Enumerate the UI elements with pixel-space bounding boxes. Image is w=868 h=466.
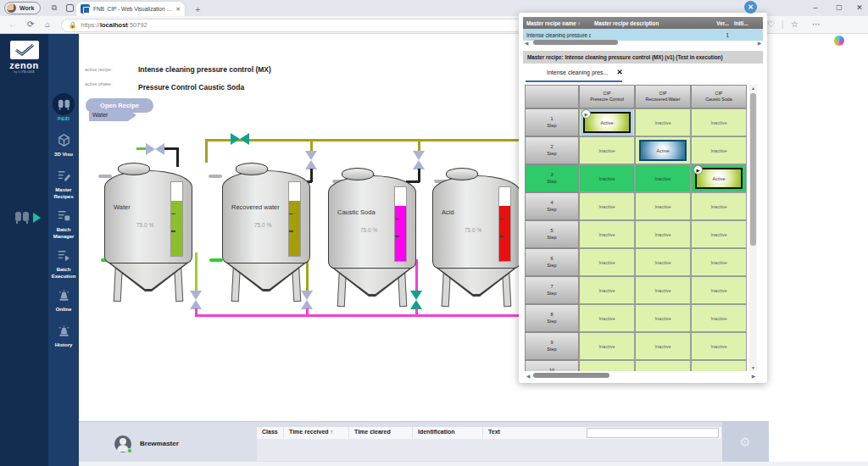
tank-caustic-soda[interactable]: Caustic Soda 75.0 % bbox=[328, 168, 416, 310]
browser-essentials-icon[interactable]: ♡ bbox=[767, 19, 775, 29]
phase-cell-inactive[interactable]: Inactive bbox=[579, 276, 635, 304]
phase-cell-inactive[interactable]: Inactive bbox=[691, 360, 747, 371]
alarm-column-time-cleared[interactable]: Time cleared bbox=[349, 427, 413, 439]
alarm-table-body[interactable] bbox=[257, 439, 722, 461]
scroll-right-icon[interactable]: ▶ bbox=[750, 373, 757, 379]
step-label-cell[interactable]: 7 Step bbox=[525, 276, 579, 304]
phase-cell-inactive[interactable]: Inactive bbox=[579, 192, 635, 220]
phase-cell-inactive[interactable]: Inactive bbox=[691, 108, 747, 136]
phase-cell-inactive[interactable]: Inactive bbox=[691, 192, 747, 220]
phase-cell-inactive[interactable]: Inactive bbox=[579, 220, 635, 248]
sidebar-item-batch-execution[interactable]: Batch Execution bbox=[48, 244, 79, 280]
step-label-cell[interactable]: 8 Step bbox=[525, 304, 579, 332]
phase-cell-inactive[interactable]: Inactive bbox=[691, 276, 747, 304]
unit-column-header[interactable]: CIP Caustic Soda bbox=[691, 85, 747, 108]
scroll-up-icon[interactable]: ▲ bbox=[749, 86, 757, 91]
valve-closed-icon[interactable] bbox=[413, 151, 425, 169]
panel-expand-toggle[interactable] bbox=[14, 210, 41, 225]
tank-level-value: 75.0 % bbox=[465, 227, 481, 233]
phase-cell-inactive[interactable]: Inactive bbox=[635, 248, 691, 276]
alarm-column-time-received[interactable]: Time received ↑ bbox=[284, 427, 349, 439]
tank-recovered-water[interactable]: Recovered water 75.0 % bbox=[222, 163, 310, 305]
step-label-cell[interactable]: 4 Step bbox=[525, 192, 579, 220]
scroll-left-icon[interactable]: ◀ bbox=[523, 40, 530, 46]
recipe-table-hscrollbar[interactable]: ◀ ▶ bbox=[523, 38, 763, 47]
alarm-column-identification[interactable]: Identification bbox=[413, 427, 483, 439]
step-label-cell[interactable]: 10 Step bbox=[525, 360, 579, 371]
phase-cell-inactive[interactable]: Inactive bbox=[635, 220, 691, 248]
tab-close-icon[interactable]: ✕ bbox=[175, 6, 181, 13]
step-label-cell[interactable]: 6 Step bbox=[525, 248, 579, 276]
phase-cell-inactive[interactable]: Inactive bbox=[579, 136, 635, 164]
scroll-down-icon[interactable]: ▼ bbox=[749, 365, 757, 370]
sidebar-item-3d-visu[interactable]: 3D Visu bbox=[48, 129, 79, 160]
step-label-cell[interactable]: 1 Step bbox=[525, 108, 579, 136]
alarm-column-class[interactable]: Class bbox=[257, 427, 284, 439]
phase-cell-active[interactable]: Active bbox=[635, 136, 691, 164]
zenon-logo-text: zenon bbox=[0, 60, 48, 70]
tab-close-icon[interactable]: ✕ bbox=[616, 68, 622, 76]
phase-cell-inactive[interactable]: Inactive bbox=[691, 136, 747, 164]
step-label-cell[interactable]: 3 Step bbox=[525, 164, 579, 192]
step-label-cell[interactable]: 9 Step bbox=[525, 332, 579, 360]
tab-actions-icon[interactable] bbox=[66, 4, 74, 12]
sidebar-item-pid[interactable]: P&ID bbox=[48, 93, 79, 125]
phase-cell-inactive[interactable]: Inactive bbox=[635, 276, 691, 304]
window-close-button[interactable]: ✕ bbox=[848, 0, 868, 15]
phase-cell-inactive[interactable]: Inactive bbox=[691, 220, 747, 248]
window-minimize-button[interactable]: – bbox=[804, 0, 827, 15]
phase-cell-inactive[interactable]: Inactive bbox=[635, 164, 691, 192]
refresh-icon[interactable]: ⟳ bbox=[27, 19, 34, 29]
phase-cell-inactive[interactable]: Inactive bbox=[579, 332, 635, 360]
new-tab-button[interactable]: ＋ bbox=[193, 3, 202, 15]
panel-close-button[interactable]: ✕ bbox=[744, 1, 757, 14]
favorites-icon[interactable]: ☆ bbox=[791, 19, 798, 29]
browser-profile-button[interactable]: Work bbox=[4, 2, 41, 14]
phase-cell-inactive[interactable]: Inactive bbox=[691, 304, 747, 332]
step-label-cell[interactable]: 5 Step bbox=[525, 220, 579, 248]
gear-icon[interactable]: ⚙ bbox=[737, 435, 753, 450]
phase-cell-inactive[interactable]: Inactive bbox=[635, 304, 691, 332]
tank-acid[interactable]: Acid 75.0 % bbox=[432, 168, 520, 310]
sidebar-item-history[interactable]: History bbox=[48, 319, 79, 351]
scroll-right-icon[interactable]: ▶ bbox=[756, 40, 763, 46]
phase-cell-inactive[interactable]: Inactive bbox=[691, 248, 747, 276]
phase-cell-inactive[interactable]: Inactive bbox=[635, 192, 691, 220]
phase-cell-inactive[interactable]: Inactive bbox=[579, 360, 635, 371]
column-master-recipe-description[interactable]: Master recipe description bbox=[591, 20, 708, 26]
settings-ellipsis-icon[interactable]: ⋯ bbox=[812, 19, 821, 29]
phase-cell-active[interactable]: Active▶ bbox=[691, 164, 747, 192]
home-icon[interactable]: ⌂ bbox=[45, 19, 50, 29]
tank-water[interactable]: Water 75.0 % bbox=[104, 163, 192, 305]
sidebar-item-online[interactable]: Online bbox=[48, 284, 79, 315]
phase-cell-active[interactable]: Active▶ bbox=[579, 108, 635, 136]
phase-cell-inactive[interactable]: Inactive bbox=[579, 164, 635, 192]
sidebar-item-master-recipes[interactable]: Master Recipes bbox=[48, 164, 79, 200]
panel-backdrop bbox=[769, 421, 868, 462]
unit-column-header[interactable]: CIP Recovered Water bbox=[635, 85, 691, 108]
workspaces-icon[interactable]: ⧉ bbox=[49, 3, 59, 13]
step-grid-vscrollbar[interactable]: ▲ ▼ bbox=[749, 85, 757, 371]
recipe-tab[interactable]: Intense cleaning pres... ✕ bbox=[547, 68, 623, 76]
phase-cell-inactive[interactable]: Inactive bbox=[691, 332, 747, 360]
copilot-icon[interactable] bbox=[834, 36, 844, 46]
alarm-filter-input[interactable] bbox=[587, 428, 719, 438]
valve-open-icon[interactable] bbox=[231, 133, 249, 145]
browser-tab[interactable]: FNB_CIP - Web Visualization Serv ✕ bbox=[76, 2, 185, 16]
unit-column-header[interactable]: CIP Pressure Control bbox=[579, 85, 635, 108]
phase-cell-inactive[interactable]: Inactive bbox=[635, 332, 691, 360]
scroll-left-icon[interactable]: ◀ bbox=[525, 373, 531, 379]
sidebar-item-batch-manager[interactable]: Batch Manager bbox=[48, 204, 79, 240]
back-icon[interactable]: ← bbox=[8, 19, 17, 29]
valve-closed-icon[interactable] bbox=[146, 143, 164, 155]
phase-cell-inactive[interactable]: Inactive bbox=[635, 108, 691, 136]
column-version[interactable]: Ver... bbox=[708, 20, 732, 26]
phase-cell-inactive[interactable]: Inactive bbox=[579, 248, 635, 276]
phase-cell-inactive[interactable]: Inactive bbox=[579, 304, 635, 332]
column-initial[interactable]: Initi... bbox=[732, 20, 754, 26]
phase-cell-inactive[interactable]: Inactive bbox=[635, 360, 691, 371]
step-label-cell[interactable]: 2 Step bbox=[525, 136, 579, 164]
user-avatar[interactable] bbox=[114, 435, 131, 452]
step-grid-hscrollbar[interactable]: ◀ ▶ bbox=[525, 371, 757, 380]
column-master-recipe-name[interactable]: Master recipe name ↑ bbox=[523, 20, 591, 26]
